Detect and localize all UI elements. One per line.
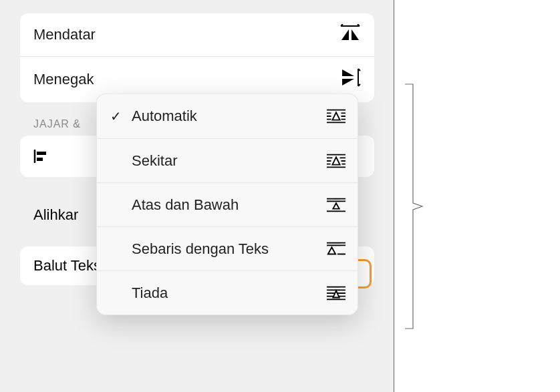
svg-marker-2: [352, 29, 359, 40]
align-left-icon[interactable]: [33, 148, 49, 164]
wrap-text-label: Balut Teks: [33, 257, 101, 274]
wrap-text-popup: ✓ Automatik Sekitar: [96, 93, 358, 315]
svg-rect-8: [37, 158, 43, 161]
svg-marker-5: [342, 79, 354, 85]
svg-marker-1: [341, 29, 349, 40]
svg-marker-42: [328, 247, 335, 254]
popup-item-label: Tiada: [132, 284, 320, 302]
popup-item-atas-bawah[interactable]: Atas dan Bawah: [97, 182, 358, 226]
popup-item-label: Sekitar: [132, 152, 320, 170]
wrap-topbottom-icon: [327, 197, 345, 213]
flip-horizontal-label: Mendatar: [33, 26, 96, 43]
svg-marker-38: [333, 203, 339, 208]
popup-item-tiada[interactable]: Tiada: [97, 270, 358, 315]
popup-item-sebaris[interactable]: Sebaris dengan Teks: [97, 226, 358, 270]
svg-marker-4: [342, 69, 354, 76]
flip-horizontal-row[interactable]: Mendatar: [20, 13, 374, 56]
popup-item-label: Atas dan Bawah: [132, 196, 320, 214]
flip-vertical-icon: [341, 67, 361, 91]
callout-bracket: [405, 83, 425, 330]
vertical-separator: [394, 0, 394, 392]
svg-marker-49: [333, 290, 339, 297]
popup-item-label: Automatik: [132, 108, 320, 125]
popup-item-sekitar[interactable]: Sekitar: [97, 138, 358, 182]
wrap-around-icon: [327, 153, 345, 169]
popup-item-automatik[interactable]: ✓ Automatik: [97, 94, 358, 138]
checkmark-icon: ✓: [106, 108, 125, 124]
flip-vertical-label: Menegak: [33, 71, 94, 88]
move-with-text-label: Alihkar: [33, 206, 78, 224]
popup-item-label: Sebaris dengan Teks: [132, 240, 320, 258]
svg-marker-35: [332, 157, 339, 164]
svg-marker-26: [332, 112, 339, 120]
svg-rect-7: [37, 152, 46, 155]
wrap-none-icon: [327, 285, 345, 301]
wrap-inline-icon: [327, 241, 345, 257]
flip-horizontal-icon: [339, 24, 361, 45]
wrap-auto-icon: [327, 108, 345, 124]
flip-panel: Mendatar Menegak: [20, 13, 374, 102]
